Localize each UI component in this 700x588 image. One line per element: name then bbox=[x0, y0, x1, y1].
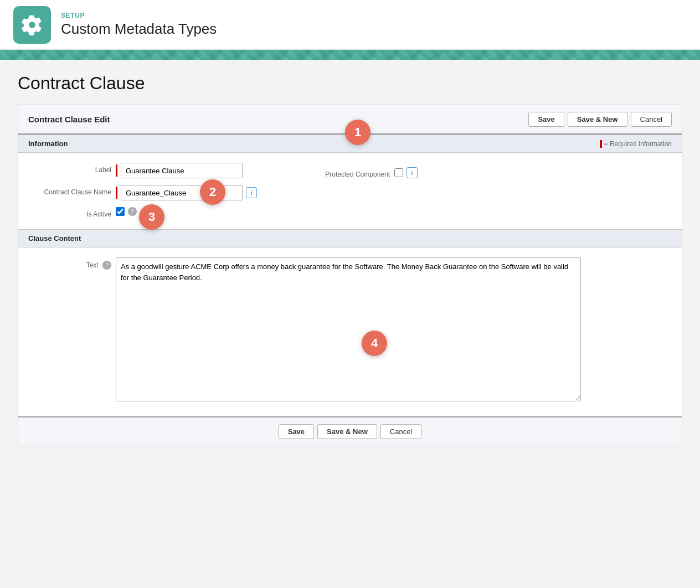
protected-component-checkbox[interactable] bbox=[394, 168, 403, 177]
cancel-button-top[interactable]: Cancel bbox=[631, 112, 672, 127]
required-indicator: = Required Information bbox=[600, 140, 672, 148]
label-required-mark bbox=[116, 164, 117, 177]
contract-clause-name-label: Contract Clause Name bbox=[28, 185, 111, 196]
is-active-value: ? bbox=[116, 207, 257, 216]
save-and-new-button-top[interactable]: Save & New bbox=[568, 112, 627, 127]
clause-content-title: Clause Content bbox=[28, 234, 81, 243]
protected-component-info-button[interactable]: i bbox=[406, 167, 418, 178]
clause-name-required-mark bbox=[116, 187, 117, 199]
save-and-new-button-bottom[interactable]: Save & New bbox=[317, 424, 377, 439]
app-title: Custom Metadata Types bbox=[61, 20, 217, 38]
label-input[interactable] bbox=[121, 163, 243, 178]
text-help-icon[interactable]: ? bbox=[102, 261, 111, 270]
app-subtitle: SETUP bbox=[61, 12, 217, 19]
form-footer: Save Save & New Cancel bbox=[18, 416, 682, 446]
form-header-title: Contract Clause Edit bbox=[28, 115, 110, 124]
text-textarea[interactable]: As a goodwill gesture ACME Corp offers a… bbox=[116, 257, 581, 401]
text-field-label: Text ? bbox=[28, 257, 111, 270]
is-active-row: 3 Is Active ? bbox=[28, 207, 257, 218]
label-field-row: Label bbox=[28, 163, 257, 178]
required-bar bbox=[600, 140, 602, 148]
clause-content-section-header: Clause Content bbox=[18, 229, 682, 247]
protected-component-label: Protected Component bbox=[290, 167, 390, 178]
form-header: Contract Clause Edit Save Save & New Can… bbox=[18, 105, 682, 135]
protected-component-value: i bbox=[394, 167, 418, 178]
save-button-top[interactable]: Save bbox=[528, 112, 564, 127]
page-title: Contract Clause bbox=[18, 73, 682, 94]
text-field-row: Text ? As a goodwill gesture ACME Corp o… bbox=[28, 257, 672, 403]
required-text: = Required Information bbox=[604, 140, 672, 148]
app-header: SETUP Custom Metadata Types bbox=[0, 0, 700, 50]
information-section-header: Information = Required Information bbox=[18, 135, 682, 153]
clause-content-body: 4 Text ? As a goodwill gesture ACME Corp… bbox=[18, 247, 682, 416]
clause-name-info-button[interactable]: i bbox=[246, 187, 257, 198]
gear-icon bbox=[21, 14, 43, 36]
is-active-help-icon[interactable]: ? bbox=[128, 207, 137, 216]
save-button-bottom[interactable]: Save bbox=[279, 424, 314, 439]
form-header-buttons: Save Save & New Cancel bbox=[528, 112, 672, 127]
cancel-button-bottom[interactable]: Cancel bbox=[380, 424, 421, 439]
is-active-checkbox[interactable] bbox=[116, 207, 125, 216]
label-field-label: Label bbox=[28, 163, 111, 174]
header-stripe bbox=[0, 50, 700, 60]
contract-clause-name-row: 2 Contract Clause Name i bbox=[28, 185, 257, 200]
protected-component-row: Protected Component i bbox=[290, 167, 418, 178]
label-field-value bbox=[116, 163, 257, 178]
information-section-title: Information bbox=[28, 140, 68, 148]
form-card: Contract Clause Edit Save Save & New Can… bbox=[18, 105, 682, 446]
app-icon bbox=[13, 6, 51, 44]
is-active-label: Is Active bbox=[28, 207, 111, 218]
contract-clause-name-input[interactable] bbox=[121, 185, 243, 200]
text-field-value: As a goodwill gesture ACME Corp offers a… bbox=[116, 257, 581, 403]
app-title-group: SETUP Custom Metadata Types bbox=[61, 12, 217, 38]
contract-clause-name-value: i bbox=[116, 185, 257, 200]
